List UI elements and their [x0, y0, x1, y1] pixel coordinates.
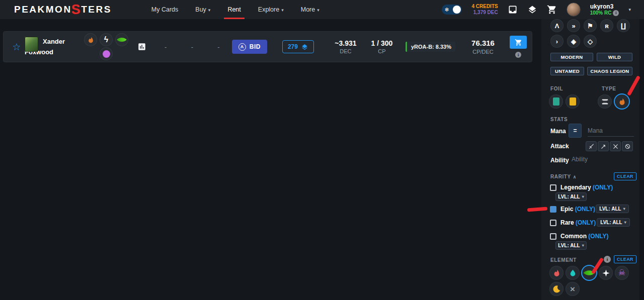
ratio-unit: CP/DEC: [461, 48, 505, 55]
chevron-down-icon: ▾: [624, 220, 626, 225]
element-water-icon[interactable]: [566, 266, 580, 280]
attack-ranged-button[interactable]: [598, 141, 609, 151]
user-block[interactable]: ukyron3 100% RCi: [590, 3, 619, 16]
chevron-down-icon: ▾: [582, 194, 584, 199]
epic-row[interactable]: Epic (ONLY): [560, 206, 595, 213]
bid-button[interactable]: A BID: [232, 40, 267, 54]
mana-operator-button[interactable]: =: [569, 124, 582, 138]
brand-right: TERS: [81, 4, 112, 15]
chevron-down-icon[interactable]: ▾: [628, 7, 631, 12]
nav-explore[interactable]: Explore▾: [250, 0, 292, 19]
edition-gladius-icon[interactable]: ◈: [567, 35, 580, 48]
edition-dice-icon[interactable]: ›: [550, 35, 564, 48]
layers-icon: [301, 43, 308, 51]
price-cell: ~3.931 DEC: [329, 39, 362, 55]
quantity-button[interactable]: 279: [282, 40, 314, 53]
legendary-lvl-dropdown[interactable]: LVL: ALL▾: [555, 192, 587, 201]
info-icon[interactable]: i: [515, 52, 521, 58]
element-earth-icon: [115, 33, 128, 46]
legendary-checkbox[interactable]: [550, 184, 556, 191]
foil-gold-icon[interactable]: [566, 94, 580, 109]
price-chart-icon[interactable]: [131, 42, 152, 51]
price-value: ~3.931: [329, 39, 362, 48]
type-monster-icon[interactable]: [598, 94, 612, 109]
cart-icon[interactable]: [547, 5, 557, 15]
wild-button[interactable]: WILD: [597, 53, 632, 61]
card-thumbnail[interactable]: [25, 37, 38, 52]
chevron-down-icon: ▾: [281, 8, 284, 13]
foil-label: FOIL: [550, 86, 563, 91]
balances[interactable]: 4 CREDITS 1,379 DEC: [471, 4, 498, 16]
layers-icon[interactable]: [527, 5, 537, 15]
rare-lvl-dropdown[interactable]: LVL: ALL▾: [597, 218, 630, 227]
element-clear-button[interactable]: CLEAR: [614, 255, 636, 263]
auto-bid-icon: A: [238, 43, 246, 51]
empty-cell: -: [205, 43, 232, 51]
supply-value: 1 / 300: [366, 39, 397, 48]
mana-label: Mana: [550, 128, 566, 135]
edition-promo-icon[interactable]: ⚑: [584, 19, 597, 32]
nav-more[interactable]: More▾: [292, 0, 328, 19]
nav-buy[interactable]: Buy▾: [187, 0, 219, 19]
element-death-icon[interactable]: ☠: [615, 266, 629, 280]
element-dragon-icon[interactable]: [549, 282, 564, 296]
scrollbar-track[interactable]: [639, 19, 644, 300]
peakmonsters-logo[interactable]: PEAKMONSTERS: [14, 4, 112, 15]
user-avatar[interactable]: [567, 3, 581, 17]
rare-checkbox[interactable]: [550, 220, 556, 226]
legendary-row[interactable]: Legendary (ONLY): [560, 184, 613, 191]
filter-sidebar: Λ » ⚑ ʀ ∐ › ◈ ◇ MODERN WILD UNTAMED CHAO…: [541, 19, 644, 300]
rarity-clear-button[interactable]: CLEAR: [614, 172, 636, 180]
theme-toggle[interactable]: ❄: [442, 5, 462, 15]
attack-none-button[interactable]: [622, 141, 633, 151]
stats-label: STATS: [550, 117, 568, 122]
element-life-icon[interactable]: [599, 266, 613, 280]
card-badges: ϟ: [81, 33, 131, 60]
info-icon[interactable]: i: [613, 10, 619, 16]
top-navbar: PEAKMONSTERS My Cards Buy▾ Rent Explore▾…: [0, 0, 644, 19]
card-name-first: Xander: [43, 38, 81, 45]
navbar-right: ❄ 4 CREDITS 1,379 DEC ukyron3 100% RCi ▾: [442, 3, 631, 17]
chevron-up-icon: ∧: [573, 174, 577, 179]
attack-melee-button[interactable]: [586, 141, 597, 151]
epic-lvl-dropdown[interactable]: LVL: ALL▾: [596, 205, 629, 213]
supply-cell: 1 / 300 CP: [366, 39, 397, 55]
card-name-cell[interactable]: Xander Foxwood: [25, 34, 81, 60]
favorite-star-icon[interactable]: ☆: [9, 41, 25, 53]
epic-checkbox[interactable]: [550, 206, 556, 213]
edition-beta-icon[interactable]: »: [567, 19, 580, 32]
edition-alpha-icon[interactable]: Λ: [550, 19, 564, 32]
credits-balance: 4 CREDITS: [471, 4, 498, 10]
element-fire-icon[interactable]: [549, 266, 564, 280]
attack-magic-button[interactable]: [610, 141, 621, 151]
common-lvl-dropdown[interactable]: LVL: ALL▾: [555, 241, 587, 250]
ability-input[interactable]: [572, 154, 629, 165]
edition-untamed-icon[interactable]: ∐: [617, 19, 630, 32]
edition-chaos-icon: [84, 33, 97, 46]
empty-cell: -: [179, 43, 206, 51]
add-to-cart-button[interactable]: [510, 36, 527, 49]
ratio-cell: 76.316 CP/DEC: [461, 38, 505, 55]
element-neutral-icon[interactable]: ×: [566, 282, 580, 296]
empty-columns: - - -: [152, 43, 232, 51]
info-icon[interactable]: i: [604, 256, 611, 263]
untamed-button[interactable]: UNTAMED: [550, 67, 584, 75]
cart-icon: [515, 39, 522, 46]
edition-reward-icon[interactable]: ʀ: [600, 19, 613, 32]
rare-row[interactable]: Rare (ONLY): [560, 219, 596, 226]
edition-chaos-icon[interactable]: ◇: [584, 35, 597, 48]
nav-my-cards[interactable]: My Cards: [143, 0, 187, 19]
nav-rent[interactable]: Rent: [219, 0, 249, 19]
mana-input[interactable]: [588, 125, 634, 137]
chaos-legion-button[interactable]: CHAOS LEGION: [587, 67, 632, 75]
rarity-label[interactable]: RARITY∧: [550, 174, 577, 179]
foil-regular-icon[interactable]: [549, 94, 563, 109]
common-row[interactable]: Common (ONLY): [560, 233, 609, 240]
cart-column: i: [510, 36, 527, 58]
modern-button[interactable]: MODERN: [550, 53, 593, 61]
inbox-icon[interactable]: [508, 5, 518, 15]
dec-balance: 1,379 DEC: [471, 10, 498, 16]
type-summoner-icon[interactable]: [615, 94, 629, 109]
roa-badge: yROA-B: 8.33%: [406, 42, 455, 52]
common-checkbox[interactable]: [550, 233, 556, 240]
